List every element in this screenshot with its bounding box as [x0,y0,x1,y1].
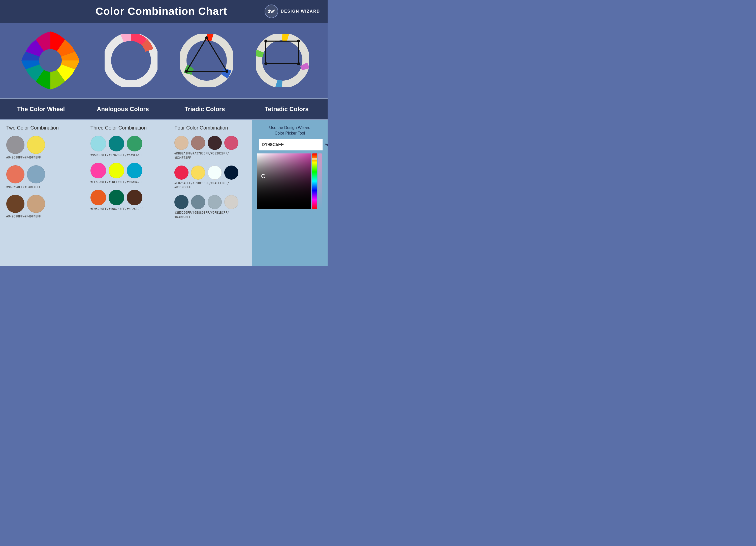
three-color-circles-3 [90,190,162,205]
two-color-circles-1 [6,136,78,154]
circle-beige-1 [174,136,188,150]
circle-white-2 [208,166,222,180]
hue-bar[interactable] [312,153,317,209]
two-color-group-2: #949398FF/#F4DF4EFF [6,165,78,189]
two-color-group-3: #949398FF/#F4DF4EFF [6,195,78,219]
four-color-circles-1 [174,136,246,150]
circle-dkbrown-3 [127,190,142,205]
svg-point-13 [264,40,267,43]
three-color-group-2: #FF3EA5FF/#EDFF00FF/#00A4CCFF [90,163,162,184]
svg-point-11 [267,45,298,76]
picker-cursor[interactable] [261,174,265,178]
logo-icon: dw² [265,5,278,18]
three-color-group-3: #E95C20FF/#006747FF/#4F2C1DFF [90,190,162,211]
two-color-col: Two Color Combination #949398FF/#F4DF4EF… [0,120,84,266]
logo: dw² DESIGN WIZARD [265,5,320,18]
color-input-row[interactable]: ✒ [257,139,323,150]
gradient-main[interactable] [257,153,311,209]
two-color-label-3: #949398FF/#F4DF4EFF [6,214,78,219]
circle-teal-1 [109,136,124,151]
circle-tan-3 [27,195,45,213]
wheel-diagrams-section [0,23,328,98]
circle-cyan-2 [127,163,142,178]
svg-point-1 [39,49,62,72]
hex-input[interactable] [259,139,323,150]
two-color-group-1: #949398FF/#F4DF4EFF [6,136,78,160]
hue-slider [312,158,317,159]
four-color-label-1: #DBBEA1FF/#A37B73FF/#3E282BFF/#D34F73FF [174,151,246,160]
two-color-title: Two Color Combination [6,125,78,131]
analogous-ring [103,33,159,88]
svg-point-3 [115,45,147,76]
two-color-label-2: #949398FF/#F4DF4EFF [6,185,78,189]
circle-yellow-1 [27,136,45,154]
three-color-group-1: #95DBE5FF/#078282FF/#339E66FF [90,136,162,157]
two-color-label-1: #949398FF/#F4DF4EFF [6,155,78,160]
circle-pink-2 [90,163,106,178]
four-color-label-3: #2E5266FF/#6E8898FF/#9FB1BCFF/#D3D0CBFF [174,211,246,219]
four-color-group-1: #DBBEA1FF/#A37B73FF/#3E282BFF/#D34F73FF [174,136,246,160]
circle-steelblue-3 [191,195,205,209]
circle-salmon-2 [6,165,24,183]
circle-slate-3 [174,195,188,209]
circle-dkgreen-3 [109,190,124,205]
gradient-picker-row [257,153,323,209]
four-color-group-3: #2E5266FF/#6E8898FF/#9FB1BCFF/#D3D0CBFF [174,195,246,219]
two-color-circles-3 [6,195,78,213]
circle-rose-1 [224,136,238,150]
three-color-circles-2 [90,163,162,178]
picker-title: Use the Design Wizard Color Picker Tool [269,125,310,136]
circle-ltsteelblue-3 [208,195,222,209]
three-color-label-2: #FF3EA5FF/#EDFF00FF/#00A4CCFF [90,180,162,184]
color-picker-panel: Use the Design Wizard Color Picker Tool … [252,120,328,266]
three-color-label-1: #95DBE5FF/#078282FF/#339E66FF [90,153,162,157]
triadic-ring [179,33,234,88]
logo-abbr: dw² [268,9,275,14]
svg-point-7 [205,36,208,39]
circle-brown-3 [6,195,24,213]
four-color-group-2: #ED254EFF/#F9DC5CFF/#F4FFFDFF/#011936FF [174,166,246,190]
two-color-circles-2 [6,165,78,183]
four-color-title: Four Color Combination [174,125,246,131]
circle-darkbrown-1 [208,136,222,150]
circle-navy-2 [224,166,238,180]
circle-ltblue-1 [90,136,106,151]
color-wheel-diagram [18,28,83,93]
label-analogous: Analogous Colors [82,104,164,115]
four-color-label-2: #ED254EFF/#F9DC5CFF/#F4FFFDFF/#011936FF [174,181,246,190]
alpha-bar[interactable] [318,153,322,209]
three-color-circles-1 [90,136,162,151]
circle-blue-2 [27,165,45,183]
four-color-col: Four Color Combination #DBBEA1FF/#A37B73… [168,120,252,266]
circle-warmgray-3 [224,195,238,209]
circle-mauve-1 [191,136,205,150]
tetradic-ring [255,33,310,88]
svg-point-9 [185,70,188,73]
label-color-wheel: The Color Wheel [0,104,82,115]
triadic-svg [180,34,233,87]
main-content: Two Color Combination #949398FF/#F4DF4EF… [0,120,328,266]
circle-green-1 [127,136,142,151]
combos-section: Two Color Combination #949398FF/#F4DF4EF… [0,120,252,266]
circle-orange-3 [90,190,106,205]
svg-point-14 [297,40,300,43]
three-color-col: Three Color Combination #95DBE5FF/#07828… [84,120,168,266]
eyedropper-icon[interactable]: ✒ [323,141,328,149]
svg-point-8 [225,70,228,73]
circle-gray-1 [6,136,24,154]
tetradic-svg [256,34,309,87]
header: Color Combination Chart dw² DESIGN WIZAR… [0,0,328,23]
color-wheel-svg [19,29,82,92]
three-color-title: Three Color Combination [90,125,162,131]
three-color-label-3: #E95C20FF/#006747FF/#4F2C1DFF [90,207,162,211]
label-triadic: Triadic Colors [164,104,246,115]
page-title: Color Combination Chart [58,5,265,17]
wheel-labels: The Color Wheel Analogous Colors Triadic… [0,99,328,119]
four-color-circles-3 [174,195,246,209]
circle-crimson-2 [174,166,188,180]
analogous-svg [105,34,157,87]
svg-point-15 [297,62,300,65]
circle-yellow-2 [109,163,124,178]
four-color-circles-2 [174,166,246,180]
logo-text: DESIGN WIZARD [281,9,320,14]
